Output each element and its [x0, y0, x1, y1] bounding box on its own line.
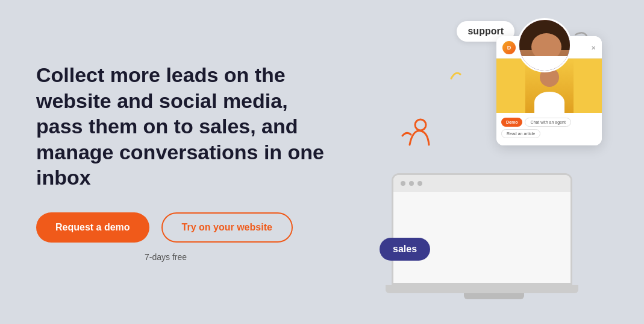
- button-group: Request a demo Try on your website: [36, 212, 367, 243]
- laptop-stand: [464, 293, 524, 299]
- crescent-decoration: [448, 69, 463, 84]
- laptop-screen: [392, 173, 572, 285]
- headline: Collect more leads on the website and so…: [36, 62, 337, 191]
- person-body: [534, 92, 564, 113]
- chat-demo-button[interactable]: Demo: [501, 118, 522, 127]
- chat-agent-button[interactable]: Chat with an agent: [525, 118, 571, 127]
- chat-btn-row-2: Read an article: [501, 129, 597, 138]
- sales-bubble: sales: [380, 238, 430, 261]
- chat-article-button[interactable]: Read an article: [501, 129, 540, 138]
- chat-btn-row-1: Demo Chat with an agent: [501, 118, 597, 127]
- squiggle-icon: [398, 118, 434, 153]
- close-icon[interactable]: ✕: [591, 45, 596, 51]
- woman-face: [519, 20, 572, 72]
- request-demo-button[interactable]: Request a demo: [36, 212, 149, 243]
- right-illustration: support marketing: [367, 0, 608, 324]
- hero-section: Collect more leads on the website and so…: [0, 0, 644, 324]
- chat-buttons-area: Demo Chat with an agent Read an article: [496, 113, 602, 145]
- laptop-screen-top: [393, 175, 571, 192]
- dot-2: [409, 181, 414, 186]
- left-content: Collect more leads on the website and so…: [36, 62, 367, 262]
- avatar-circle: [517, 18, 572, 72]
- woman-shirt: [519, 56, 572, 72]
- laptop-base: [386, 285, 578, 293]
- dot-1: [401, 181, 405, 186]
- avatar-bubble: [517, 18, 572, 72]
- free-trial-text: 7-days free: [145, 252, 367, 262]
- svg-point-0: [415, 119, 426, 130]
- dot-3: [417, 181, 422, 186]
- try-website-button[interactable]: Try on your website: [161, 212, 293, 243]
- agent-avatar: D: [502, 41, 516, 54]
